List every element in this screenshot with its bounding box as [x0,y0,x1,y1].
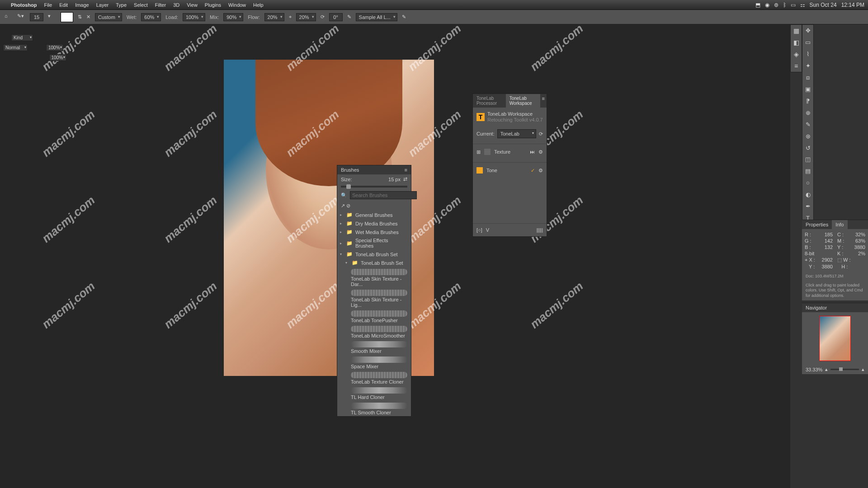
panel-icon[interactable]: ▦ [791,25,802,37]
brush-tool-icon[interactable]: ✎ [802,118,813,130]
tablet-icon[interactable]: ✎ [402,14,406,20]
camera-icon[interactable]: [○] [476,227,482,233]
v-icon[interactable]: V [486,227,489,233]
pen-tool-icon[interactable]: ✒ [802,201,813,212]
menu-window[interactable]: Window [228,2,246,8]
home-icon[interactable]: ⌂ [5,13,13,21]
menubar-date[interactable]: Sun Oct 24 [810,2,837,8]
menu-help[interactable]: Help [253,2,264,8]
move-tool-icon[interactable]: ✥ [802,25,813,37]
settings-icon[interactable]: ⚙ [538,168,543,174]
brush-item[interactable]: ToneLab Texture Cloner [337,370,411,385]
menu-3d[interactable]: 3D [173,2,179,8]
wifi-icon[interactable]: ⚏ [800,2,805,8]
bars-icon[interactable]: ||||| [537,227,543,233]
battery-icon[interactable]: ▭ [791,2,796,8]
marquee-tool-icon[interactable]: ▭ [802,37,813,48]
menu-type[interactable]: Type [116,2,127,8]
rotation-icon[interactable]: ⟳ [321,14,325,20]
kind-select[interactable]: Kind [11,34,33,41]
tab-info[interactable]: Info [832,220,847,229]
size-slider[interactable] [341,186,407,188]
flip-icon[interactable]: ⇄ [403,176,407,182]
bluetooth-icon[interactable]: ᛒ [783,2,786,8]
brush-size[interactable]: 15 [30,13,43,21]
brush-folder[interactable]: 📁Special Effects Brushes [337,236,411,250]
zoom-out-icon[interactable]: ▴ [825,366,828,372]
airbrush-icon[interactable]: ⌖ [289,14,292,20]
menu-image[interactable]: Image [75,2,89,8]
lasso-tool-icon[interactable]: ⌇ [802,48,813,60]
tab-properties[interactable]: Properties [802,220,832,229]
settings-icon[interactable]: ⚙ [538,149,543,155]
brush-item[interactable]: Space Mixer [337,355,411,370]
tool-icon[interactable]: ✎▾ [17,13,25,21]
recent-brush-icon[interactable]: ↗ [341,203,345,208]
tone-label[interactable]: Tone [486,168,497,173]
brush-item[interactable]: ToneLab TonePusher [337,309,411,324]
swatch-toggle-icon[interactable]: ⇅ [78,14,82,20]
sample-select[interactable]: Sample All L... [356,13,397,21]
brush-folder[interactable]: 📁ToneLab Brush Set [337,250,411,258]
blend-select[interactable]: Normal [3,44,28,51]
search-input[interactable] [350,191,417,199]
pressure-icon[interactable]: ✎ [347,14,351,20]
brush-folder[interactable]: 📁Dry Media Brushes [337,219,411,228]
status-icon[interactable]: ⊚ [774,2,778,8]
history-brush-icon[interactable]: ↺ [802,142,813,154]
menu-select[interactable]: Select [134,2,148,8]
tab-workspace[interactable]: ToneLab Workspace [506,94,540,108]
recent-brush-icon[interactable]: ⊘ [346,203,350,208]
eyedropper-tool-icon[interactable]: ⁋ [802,95,813,107]
stamp-tool-icon[interactable]: ⊛ [802,130,813,142]
app-name[interactable]: Photoshop [11,2,37,8]
zoom-value[interactable]: 33.33% [806,367,822,372]
texture-label[interactable]: Texture [494,149,510,155]
gradient-tool-icon[interactable]: ▤ [802,165,813,177]
opacity-value[interactable]: 100% [46,44,63,51]
color-swatch[interactable] [61,12,73,22]
menubar-time[interactable]: 12:14 PM [841,2,864,8]
frame-tool-icon[interactable]: ▣ [802,84,813,95]
panel-icon[interactable]: ◈ [791,48,802,60]
brush-item[interactable]: Smooth Mixer [337,339,411,355]
status-icon[interactable]: ◉ [765,2,769,8]
refresh-icon[interactable]: ⟳ [539,131,543,137]
zoom-slider[interactable] [830,369,859,370]
load-value[interactable]: 100% [183,13,205,21]
status-icon[interactable]: ⬒ [755,2,760,8]
mode-select[interactable]: Custom [95,13,122,21]
panel-icon[interactable]: ≡ [791,60,802,72]
panel-menu-icon[interactable]: ≡ [405,167,407,173]
wet-value[interactable]: 60% [141,13,161,21]
panel-icon[interactable]: ◧ [791,37,802,48]
brush-subfolder[interactable]: 📁ToneLab Brush Set [337,258,411,267]
fill-value[interactable]: 100% [49,54,66,61]
grid-icon[interactable]: ⊞ [476,149,481,155]
menu-edit[interactable]: Edit [59,2,68,8]
skip-icon[interactable]: ⏭ [530,149,535,155]
flow-value[interactable]: 20% [264,13,284,21]
current-select[interactable]: ToneLab [497,129,536,138]
panel-menu-icon[interactable]: ≡ [540,94,547,108]
brush-item[interactable]: TL Hard Cloner [337,385,411,401]
clean-brush-icon[interactable]: ✕ [86,14,90,20]
menu-layer[interactable]: Layer [96,2,109,8]
check-icon[interactable]: ✓ [531,168,535,174]
rotation-value[interactable]: 0° [329,13,343,21]
brush-folder[interactable]: 📁General Brushes [337,211,411,219]
zoom-in-icon[interactable]: ▴ [862,366,864,372]
brush-item[interactable]: ToneLab Skin Texture - Dar... [337,267,411,288]
blur-tool-icon[interactable]: ○ [802,177,813,189]
menu-view[interactable]: View [187,2,198,8]
heal-tool-icon[interactable]: ⊕ [802,107,813,118]
size-value[interactable]: 15 px [388,177,401,182]
crop-tool-icon[interactable]: ⧈ [802,72,813,84]
tab-processor[interactable]: ToneLab Processor [473,94,506,108]
menu-file[interactable]: File [44,2,52,8]
navigator-thumb[interactable] [819,316,851,361]
brush-item[interactable]: TL Smooth Cloner [337,401,411,416]
menu-plugins[interactable]: Plugins [205,2,221,8]
menu-filter[interactable]: Filter [155,2,166,8]
angle-value[interactable]: 20% [296,13,316,21]
